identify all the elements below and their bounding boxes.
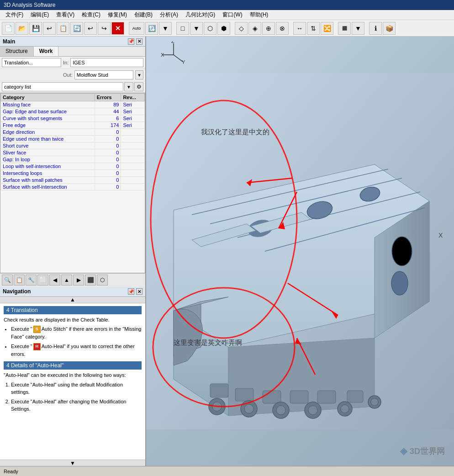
menu-item-geocompare[interactable]: 几何比对(G) bbox=[182, 10, 219, 20]
toolbar-btn-26[interactable]: 📦 bbox=[383, 22, 396, 35]
main-panel-header: Main 📌 ✕ bbox=[0, 37, 145, 47]
cell-errors: 6 bbox=[95, 115, 121, 122]
menu-item-create[interactable]: 创建(B) bbox=[131, 10, 156, 20]
table-row[interactable]: Surface with self-intersection0 bbox=[1, 184, 145, 190]
viewport-3d: X Z X Y 我汉化了这里是中文的 这里变害是英文咋弄啊 bbox=[146, 37, 454, 466]
table-row[interactable]: Short curve0 bbox=[1, 143, 145, 149]
toolbar-btn-24[interactable]: ▼ bbox=[352, 22, 364, 35]
pb-btn-3[interactable]: 🔧 bbox=[26, 275, 37, 286]
in-value-input[interactable] bbox=[70, 58, 143, 67]
svg-point-12 bbox=[392, 237, 412, 266]
category-dropdown-btn[interactable]: ▼ bbox=[124, 82, 133, 91]
open-btn[interactable]: 📂 bbox=[16, 22, 28, 35]
table-row[interactable]: Gap: In loop0 bbox=[1, 156, 145, 163]
out-value-input[interactable] bbox=[74, 70, 133, 79]
translation-dropdown[interactable]: Translation... bbox=[2, 58, 61, 67]
cell-rev: Seri bbox=[121, 122, 145, 129]
nav-scroll-down-btn[interactable]: ▼ bbox=[0, 460, 145, 466]
toolbar-btn-16[interactable]: ◇ bbox=[235, 22, 248, 35]
3d-model-svg: X bbox=[146, 37, 454, 466]
close-toolbar-btn[interactable]: ✕ bbox=[111, 22, 124, 35]
nav-close-btn[interactable]: ✕ bbox=[136, 288, 143, 295]
toolbar-btn-19[interactable]: ⊗ bbox=[276, 22, 289, 35]
toolbar-btn-11[interactable]: ▼ bbox=[159, 22, 172, 35]
toolbar-btn-18[interactable]: ⊕ bbox=[262, 22, 275, 35]
cell-category: Edge used more than twice bbox=[1, 136, 95, 143]
pin-btn[interactable]: 📌 bbox=[128, 38, 134, 45]
menu-item-file[interactable]: 文件(F) bbox=[2, 10, 27, 20]
toolbar-auto-btn[interactable]: Auto bbox=[129, 22, 144, 35]
table-row[interactable]: Sliver face0 bbox=[1, 149, 145, 156]
tab-work[interactable]: Work bbox=[34, 47, 59, 56]
toolbar-btn-13[interactable]: ▼ bbox=[190, 22, 203, 35]
nav-title: Navigation bbox=[3, 288, 31, 295]
table-row[interactable]: Loop with self-intersection0 bbox=[1, 163, 145, 170]
toolbar-btn-22[interactable]: 🔀 bbox=[321, 22, 333, 35]
cell-rev bbox=[121, 149, 145, 156]
pb-btn-9[interactable]: ⬡ bbox=[97, 275, 108, 286]
toolbar-btn-14[interactable]: ⬡ bbox=[204, 22, 216, 35]
pb-nav-up[interactable]: ▲ bbox=[61, 275, 72, 286]
toolbar-btn-20[interactable]: ↔ bbox=[293, 22, 306, 35]
nav-scroll-up-btn[interactable]: ▲ bbox=[0, 297, 145, 303]
toolbar-refresh-btn[interactable]: 🔃 bbox=[145, 22, 158, 35]
menu-item-analysis[interactable]: 分析(A) bbox=[156, 10, 182, 20]
cell-category: Surface with self-intersection bbox=[1, 184, 95, 190]
watermark: ◈ 3D世界网 bbox=[400, 445, 445, 457]
chinese-annotation-1: 我汉化了这里是中文的 bbox=[201, 128, 269, 137]
toolbar-btn-8[interactable]: ↪ bbox=[98, 22, 111, 35]
close-panel-btn[interactable]: ✕ bbox=[136, 38, 143, 45]
pb-btn-4[interactable]: ⬜ bbox=[37, 275, 48, 286]
nav-section-2-header: 4 Details of "Auto-Heal" bbox=[4, 361, 142, 370]
table-row[interactable]: Missing face89Seri bbox=[1, 101, 145, 108]
pb-btn-8[interactable]: ⬛ bbox=[85, 275, 96, 286]
tab-structure[interactable]: Structure bbox=[0, 47, 34, 56]
check-table-container: Category Errors Rev... Missing face89Ser… bbox=[0, 93, 145, 273]
category-select[interactable]: category list bbox=[2, 82, 123, 91]
menu-item-view[interactable]: 查看(V) bbox=[53, 10, 78, 20]
svg-rect-19 bbox=[290, 391, 308, 403]
menu-item-check[interactable]: 检查(C) bbox=[78, 10, 104, 20]
navigation-panel: Navigation 📌 ✕ ▲ 4 Translation Check res… bbox=[0, 287, 145, 466]
table-row[interactable]: Gap: Edge and base surface44Seri bbox=[1, 108, 145, 115]
table-row[interactable]: Edge used more than twice0 bbox=[1, 136, 145, 143]
category-row: category list ▼ ⚙ bbox=[0, 81, 145, 93]
out-dropdown-btn[interactable]: ▼ bbox=[135, 70, 143, 79]
toolbar-btn-4[interactable]: ↩ bbox=[43, 22, 56, 35]
new-btn[interactable]: 📄 bbox=[2, 22, 15, 35]
toolbar-btn-21[interactable]: ⇅ bbox=[307, 22, 320, 35]
toolbar-btn-5[interactable]: 📋 bbox=[57, 22, 69, 35]
section2-title: 4 Details of "Auto-Heal" bbox=[6, 362, 63, 369]
pb-search-btn[interactable]: 🔍 bbox=[2, 275, 13, 286]
table-row[interactable]: Edge direction0 bbox=[1, 129, 145, 136]
menu-item-window[interactable]: 窗口(W) bbox=[219, 10, 246, 20]
table-row[interactable]: Curve with short segments6Seri bbox=[1, 115, 145, 122]
table-row[interactable]: Surface with small patches0 bbox=[1, 177, 145, 184]
svg-text:X: X bbox=[161, 52, 164, 58]
pb-nav-right[interactable]: ▶ bbox=[73, 275, 84, 286]
toolbar-btn-6[interactable]: 🔄 bbox=[70, 22, 83, 35]
cell-errors: 0 bbox=[95, 184, 121, 190]
toolbar-btn-25[interactable]: ℹ bbox=[369, 22, 382, 35]
cell-errors: 0 bbox=[95, 149, 121, 156]
pb-nav-left[interactable]: ◀ bbox=[49, 275, 60, 286]
menu-item-repair[interactable]: 修复(M) bbox=[104, 10, 131, 20]
menu-item-edit[interactable]: 编辑(E) bbox=[27, 10, 53, 20]
category-gear-btn[interactable]: ⚙ bbox=[134, 82, 143, 91]
menu-item-help[interactable]: 帮助(H) bbox=[246, 10, 272, 20]
cell-category: Short curve bbox=[1, 143, 95, 149]
pb-btn-2[interactable]: 📋 bbox=[14, 275, 25, 286]
nav-pin-btn[interactable]: 📌 bbox=[128, 288, 134, 295]
toolbar-btn-23[interactable]: ⬛ bbox=[338, 22, 351, 35]
save-btn[interactable]: 💾 bbox=[29, 22, 42, 35]
toolbar-btn-12[interactable]: □ bbox=[176, 22, 189, 35]
svg-point-29 bbox=[276, 406, 285, 415]
table-row[interactable]: Free edge174Seri bbox=[1, 122, 145, 129]
viewport[interactable]: X Z X Y 我汉化了这里是中文的 这里变害是英文咋弄啊 bbox=[146, 37, 454, 466]
table-row[interactable]: Intersecting loops0 bbox=[1, 170, 145, 177]
toolbar-btn-17[interactable]: ◈ bbox=[248, 22, 261, 35]
nav-content: 4 Translation Check results are displaye… bbox=[0, 303, 145, 460]
step-2: Execute "Auto-Heal" after changing the M… bbox=[11, 398, 142, 413]
toolbar-btn-15[interactable]: ⬢ bbox=[217, 22, 230, 35]
toolbar-btn-7[interactable]: ↩ bbox=[84, 22, 97, 35]
